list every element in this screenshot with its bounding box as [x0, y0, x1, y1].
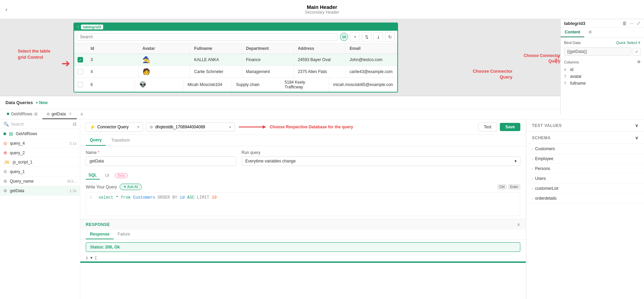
- schema-label-users: Users: [535, 176, 546, 181]
- list-item[interactable]: ⊛ getData 1.3s: [0, 186, 80, 196]
- back-button[interactable]: ‹: [5, 6, 7, 13]
- table-search-input[interactable]: [77, 33, 338, 41]
- refresh-button[interactable]: ↻: [385, 32, 395, 42]
- table-row[interactable]: 6 👽 Micah Mosciski104 Supply chain 5184 …: [74, 78, 397, 92]
- ask-ai-button[interactable]: ✦ Ask AI: [120, 184, 142, 190]
- qf-tab-getdata[interactable]: ⊛ getData ✕: [42, 109, 77, 119]
- sql-select-keyword: select: [98, 195, 113, 200]
- sql-editor[interactable]: 1 select * from Customers ORDER BY id AS…: [86, 192, 520, 216]
- right-panel: tablegrid3 🗑 ··· ⤢ Content ⚙ Bind Data: [560, 19, 644, 115]
- bind-data-row: Bind Data Quick Select ∨: [564, 40, 641, 45]
- list-item[interactable]: JS js_script_1: [0, 158, 80, 167]
- sort-button[interactable]: ⇅: [362, 32, 371, 42]
- ctrl-enter-hint: Ctrl Enter: [497, 184, 520, 189]
- collapse-icon[interactable]: ∧: [517, 222, 520, 227]
- th-avatar: Avatar: [138, 43, 190, 54]
- qf-tab-getallrows[interactable]: GetAllRows ⊞: [3, 110, 42, 119]
- schema-item-orderdetails[interactable]: › orderdetails: [526, 194, 644, 203]
- columns-label: Columns ⚙: [564, 60, 641, 64]
- column-item-avatar: T avatar: [564, 73, 641, 80]
- schema-header[interactable]: SCHEMA ∨: [526, 132, 644, 144]
- list-item[interactable]: ⊕ query_2: [0, 148, 80, 158]
- expand-button[interactable]: ⤢: [636, 20, 641, 26]
- tab-ui[interactable]: UI: [102, 172, 112, 179]
- response-header[interactable]: RESPONSE ∧: [80, 219, 526, 230]
- list-item[interactable]: ▤ GetAllRows: [0, 129, 80, 139]
- tab-failure[interactable]: Failure: [113, 230, 134, 239]
- table-row[interactable]: 4 🧑 Carlie Schmeler Management 2375 Alle…: [74, 66, 397, 78]
- td-id-2: 4: [86, 66, 138, 77]
- name-input[interactable]: [86, 156, 236, 166]
- status-dot-green: [3, 132, 6, 135]
- tab-sql[interactable]: SQL: [86, 171, 100, 180]
- quick-select-btn[interactable]: Quick Select ∨: [616, 40, 641, 45]
- td-email-1: John@testco.com: [345, 54, 397, 66]
- tab-settings[interactable]: ⚙: [584, 28, 596, 37]
- list-item[interactable]: ◎ query_4 3.1s: [0, 139, 80, 148]
- td-fullname-3: Micah Mosciski104: [183, 78, 232, 91]
- td-checkbox-1[interactable]: ✓: [74, 54, 86, 66]
- bind-data-expand-btn[interactable]: ⤢: [633, 48, 641, 56]
- tab-query[interactable]: Query: [86, 135, 106, 146]
- write-query-label: Write Your Query ✦ Ask AI Ctrl Enter: [86, 184, 520, 190]
- filter-icon[interactable]: ⊟: [73, 122, 77, 127]
- sql-id-ref: id: [180, 195, 184, 200]
- bottom-top-bar-left: Data Queries + New: [5, 100, 47, 105]
- db-annotation-arrow-svg: [239, 124, 266, 130]
- test-values-header[interactable]: TEST VALUES ∨: [526, 119, 644, 132]
- search-input[interactable]: [11, 122, 71, 127]
- schema-item-users[interactable]: › Users: [526, 174, 644, 184]
- column-item-fullname: T fullname: [564, 80, 641, 87]
- tab-content[interactable]: Content: [561, 28, 584, 37]
- td-department-3: Supply chain: [232, 78, 280, 91]
- col-name-avatar: avatar: [570, 74, 581, 79]
- query-editor-header: ⚡ Connector Query ▾ ⊛ dhqtestdb_17089440…: [80, 119, 526, 135]
- required-asterisk: *: [98, 150, 99, 155]
- schema-chevron-persons: ›: [532, 167, 533, 171]
- td-department-2: Management: [242, 66, 294, 77]
- td-email-2: carlie43@example.com: [345, 66, 397, 77]
- db-name-label: dhqtestdb_1708944004089: [155, 125, 205, 129]
- td-checkbox-2[interactable]: [74, 66, 86, 77]
- query-file-tabs: GetAllRows ⊞ ⊛ getData ✕ +: [0, 109, 644, 119]
- td-checkbox-3[interactable]: [74, 78, 86, 91]
- filter-button[interactable]: ⚬: [350, 32, 360, 42]
- more-button[interactable]: ···: [630, 20, 634, 26]
- chevron-down-icon: ∨: [638, 40, 641, 45]
- download-button[interactable]: ⤓: [373, 32, 383, 42]
- tab-transform[interactable]: Transform: [107, 135, 134, 145]
- table-row[interactable]: ✓ 3 🧙 KALLE ANKA Finance 24593 Bayer Ova…: [74, 54, 397, 66]
- query-name-query4: query_4: [10, 141, 67, 146]
- td-avatar-3: 👽: [135, 78, 183, 91]
- schema-item-persons[interactable]: › Persons: [526, 164, 644, 174]
- tab-response[interactable]: Response: [86, 230, 113, 239]
- connector-dropdown[interactable]: ⚡ Connector Query ▾: [86, 122, 143, 132]
- table-toolbar: 10 ⚬ ⇅ ⤓ ↻: [74, 31, 397, 43]
- qf-tab-label-getdata: getData: [52, 112, 66, 116]
- save-button[interactable]: Save: [500, 123, 520, 131]
- list-item[interactable]: ⊘ query_1: [0, 167, 80, 176]
- new-query-btn[interactable]: + New: [36, 100, 47, 105]
- query-icon-getdata: ⊛: [3, 188, 7, 193]
- query-icon-jsscript: JS: [3, 160, 10, 165]
- query-name-getdata: getData: [10, 188, 67, 193]
- sql-section: Write Your Query ✦ Ask AI Ctrl Enter 1 s…: [80, 181, 526, 219]
- beta-badge[interactable]: Beta: [115, 173, 128, 178]
- query-icon-query1: ⊘: [3, 169, 7, 174]
- list-item[interactable]: ⊛ Query_name 653...: [0, 176, 80, 186]
- table-widget[interactable]: ↑ tablegrid3 10 ⚬ ⇅ ⤓ ↻ Id: [73, 23, 398, 92]
- run-query-select[interactable]: Everytime variables change ▾: [242, 156, 520, 166]
- delete-button[interactable]: 🗑: [622, 20, 627, 26]
- qf-close-btn[interactable]: ✕: [68, 111, 73, 116]
- db-dropdown[interactable]: ⊛ dhqtestdb_1708944004089 ▾: [146, 123, 235, 131]
- columns-settings-icon[interactable]: ⚙: [637, 60, 641, 64]
- schema-item-customers[interactable]: › Customers: [526, 144, 644, 154]
- schema-item-employee[interactable]: › Employee: [526, 154, 644, 164]
- run-query-chevron-icon: ▾: [515, 159, 517, 163]
- schema-label-persons: Persons: [535, 166, 550, 171]
- test-button[interactable]: Test: [478, 123, 497, 131]
- add-tab-btn[interactable]: +: [78, 110, 86, 119]
- schema-item-customerlist[interactable]: › customerList: [526, 184, 644, 194]
- bind-data-input[interactable]: [564, 47, 631, 56]
- bind-data-label: Bind Data: [564, 41, 580, 45]
